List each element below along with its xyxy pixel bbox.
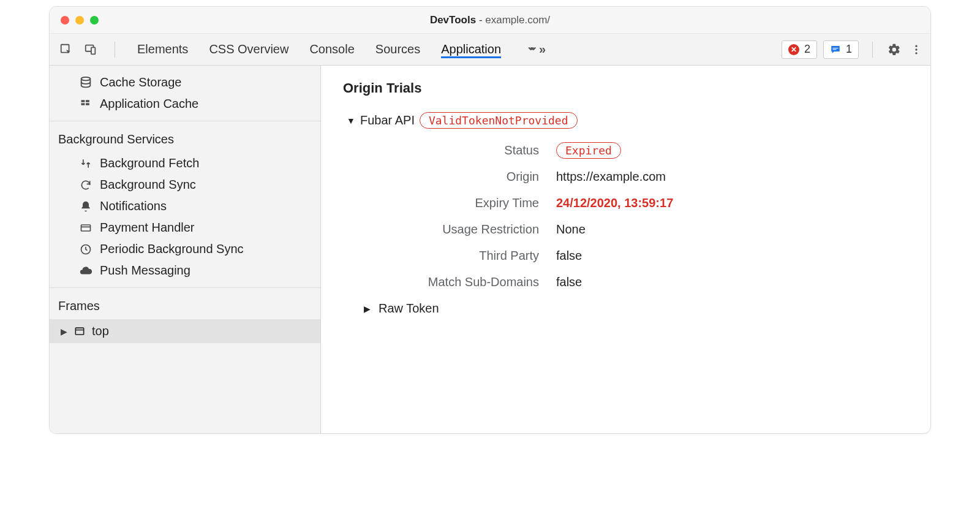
clock-icon — [79, 243, 92, 256]
sidebar-label: Push Messaging — [100, 263, 190, 278]
errors-count: 2 — [804, 43, 810, 56]
subdomain-value: false — [556, 275, 908, 289]
toolbar: Elements CSS Overview Console Sources Ap… — [50, 34, 930, 66]
window-title: DevTools - example.com/ — [50, 14, 930, 26]
device-toolbar-icon[interactable] — [83, 42, 99, 58]
sidebar-item-background-fetch[interactable]: Background Fetch — [50, 153, 320, 174]
settings-icon[interactable] — [886, 42, 902, 58]
frame-name: top — [92, 324, 109, 338]
title-separator: - — [476, 14, 485, 26]
sidebar-item-frame-top[interactable]: ▶ top — [50, 319, 320, 343]
subdomain-label: Match Sub-Domains — [380, 275, 539, 289]
expiry-value: 24/12/2020, 13:59:17 — [556, 196, 908, 210]
sidebar-label: Periodic Background Sync — [100, 242, 244, 256]
database-icon — [79, 76, 92, 89]
panel-tabs: Elements CSS Overview Console Sources Ap… — [137, 40, 548, 58]
more-tabs-button[interactable]: » — [522, 40, 548, 58]
sidebar-item-push-messaging[interactable]: Push Messaging — [50, 260, 320, 281]
svg-rect-9 — [81, 100, 85, 102]
devtools-window: DevTools - example.com/ Elements CSS Ove… — [49, 6, 931, 434]
svg-point-6 — [915, 48, 917, 50]
window-controls — [50, 16, 99, 25]
tab-application[interactable]: Application — [441, 40, 501, 58]
main-panel: Origin Trials ▼ Fubar API ValidTokenNotP… — [321, 66, 930, 433]
page-location: example.com/ — [485, 14, 550, 26]
svg-rect-10 — [86, 100, 89, 102]
sidebar-item-application-cache[interactable]: Application Cache — [50, 93, 320, 115]
svg-rect-11 — [81, 103, 85, 105]
origin-trials-heading: Origin Trials — [343, 80, 908, 96]
tab-elements[interactable]: Elements — [137, 40, 188, 58]
sidebar-item-background-sync[interactable]: Background Sync — [50, 174, 320, 195]
frame-icon — [74, 325, 86, 338]
body: Cache Storage Application Cache Backgrou… — [50, 66, 930, 433]
svg-point-8 — [81, 77, 91, 80]
messages-count: 1 — [846, 43, 852, 56]
bell-icon — [79, 200, 92, 213]
tab-css-overview[interactable]: CSS Overview — [209, 40, 288, 58]
sidebar-item-cache-storage[interactable]: Cache Storage — [50, 72, 320, 93]
tab-console[interactable]: Console — [309, 40, 354, 58]
toolbar-separator-right — [872, 42, 873, 58]
sync-icon — [79, 178, 92, 192]
toolbar-left: Elements CSS Overview Console Sources Ap… — [58, 40, 548, 58]
raw-token-row[interactable]: ▶ Raw Token — [364, 301, 908, 316]
grid-icon — [79, 97, 92, 111]
svg-point-5 — [915, 45, 917, 47]
svg-rect-3 — [832, 48, 838, 48]
sidebar-section-frames: Frames — [50, 287, 320, 319]
usage-label: Usage Restriction — [380, 222, 539, 237]
sidebar-label: Application Cache — [100, 97, 198, 111]
errors-badge[interactable]: ✕ 2 — [782, 40, 817, 59]
sidebar-item-notifications[interactable]: Notifications — [50, 195, 320, 217]
app-name: DevTools — [430, 14, 476, 26]
close-window-button[interactable] — [61, 16, 69, 25]
usage-value: None — [556, 222, 908, 237]
svg-rect-4 — [832, 49, 836, 50]
application-sidebar: Cache Storage Application Cache Backgrou… — [50, 66, 321, 433]
cloud-icon — [79, 264, 92, 278]
sidebar-section-background-services: Background Services — [50, 121, 320, 153]
origin-value: https://example.com — [556, 170, 908, 184]
disclosure-triangle-icon[interactable]: ▼ — [347, 116, 355, 126]
error-icon: ✕ — [788, 44, 799, 55]
disclosure-triangle-icon[interactable]: ▶ — [364, 304, 372, 314]
thirdparty-label: Third Party — [380, 249, 539, 263]
sidebar-label: Background Fetch — [100, 156, 199, 170]
titlebar: DevTools - example.com/ — [50, 7, 930, 34]
token-status-badge: ValidTokenNotProvided — [420, 112, 578, 129]
inspect-element-icon[interactable] — [58, 42, 74, 58]
credit-card-icon — [79, 221, 92, 235]
sidebar-label: Notifications — [100, 199, 167, 213]
origin-trial-row[interactable]: ▼ Fubar API ValidTokenNotProvided — [347, 112, 908, 129]
fetch-icon — [79, 157, 92, 170]
sidebar-item-periodic-background-sync[interactable]: Periodic Background Sync — [50, 238, 320, 260]
sidebar-label: Payment Handler — [100, 221, 195, 235]
svg-rect-12 — [86, 103, 89, 105]
tab-sources[interactable]: Sources — [375, 40, 420, 58]
more-options-icon[interactable] — [908, 42, 924, 58]
messages-badge[interactable]: 1 — [823, 40, 859, 59]
trial-details: Status Expired Origin https://example.co… — [380, 143, 908, 289]
toolbar-separator — [115, 42, 115, 58]
maximize-window-button[interactable] — [90, 16, 99, 25]
origin-label: Origin — [380, 170, 539, 184]
toolbar-right: ✕ 2 1 — [782, 40, 924, 59]
expand-icon: ▶ — [61, 327, 67, 336]
svg-rect-16 — [75, 328, 83, 335]
status-value: Expired — [556, 143, 908, 157]
expiry-label: Expiry Time — [380, 196, 539, 210]
raw-token-label: Raw Token — [379, 301, 439, 316]
trial-name: Fubar API — [360, 113, 415, 127]
message-icon — [830, 44, 841, 55]
thirdparty-value: false — [556, 249, 908, 263]
status-badge: Expired — [556, 142, 621, 159]
svg-rect-13 — [81, 225, 91, 231]
svg-point-7 — [915, 52, 917, 54]
status-label: Status — [380, 143, 539, 157]
minimize-window-button[interactable] — [75, 16, 84, 25]
svg-rect-2 — [91, 47, 95, 54]
sidebar-label: Cache Storage — [100, 75, 181, 89]
sidebar-item-payment-handler[interactable]: Payment Handler — [50, 217, 320, 238]
sidebar-label: Background Sync — [100, 178, 196, 192]
